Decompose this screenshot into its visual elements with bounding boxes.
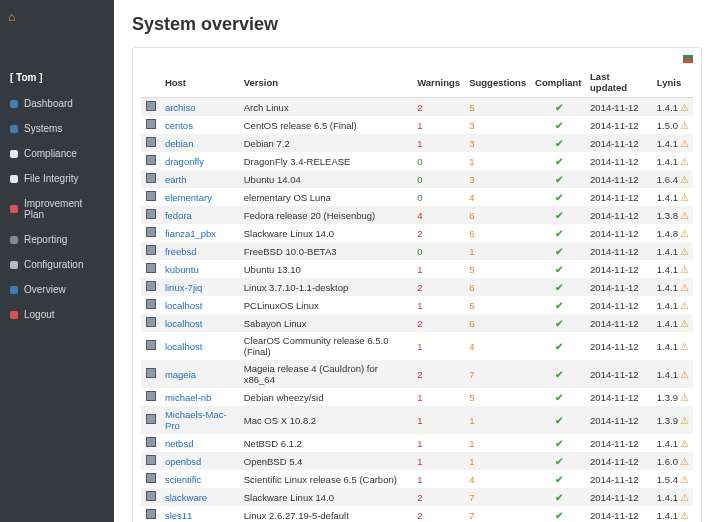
- cell-last: 2014-11-12: [586, 206, 653, 224]
- compliant-check-icon: ✔: [555, 102, 563, 113]
- cell-suggestions: 6: [465, 224, 531, 242]
- host-link[interactable]: archiso: [165, 102, 196, 113]
- host-icon: [146, 227, 156, 237]
- nav-label: Overview: [24, 284, 66, 295]
- host-link[interactable]: localhost: [165, 300, 203, 311]
- host-icon: [146, 245, 156, 255]
- table-row: slackwareSlackware Linux 14.027✔2014-11-…: [141, 488, 693, 506]
- cell-warnings: 1: [413, 406, 465, 434]
- cell-version: Arch Linux: [240, 98, 413, 117]
- cell-last: 2014-11-12: [586, 224, 653, 242]
- col-version[interactable]: Version: [240, 67, 413, 98]
- host-link[interactable]: kubuntu: [165, 264, 199, 275]
- nav-label: Dashboard: [24, 98, 73, 109]
- cell-lynis: 1.4.1⚠: [653, 98, 693, 117]
- host-link[interactable]: elementary: [165, 192, 212, 203]
- host-link[interactable]: centos: [165, 120, 193, 131]
- compliant-check-icon: ✔: [555, 369, 563, 380]
- warning-icon: ⚠: [680, 192, 689, 203]
- table-row: Michaels-Mac-ProMac OS X 10.8.211✔2014-1…: [141, 406, 693, 434]
- compliant-check-icon: ✔: [555, 341, 563, 352]
- cell-last: 2014-11-12: [586, 332, 653, 360]
- host-link[interactable]: linux-7jiq: [165, 282, 203, 293]
- nav-label: Logout: [24, 309, 55, 320]
- table-row: openbsdOpenBSD 5.411✔2014-11-121.6.0⚠: [141, 452, 693, 470]
- cell-version: Mac OS X 10.8.2: [240, 406, 413, 434]
- nav-label: Systems: [24, 123, 62, 134]
- nav-item-logout[interactable]: Logout: [0, 302, 114, 327]
- cell-version: PCLinuxOS Linux: [240, 296, 413, 314]
- cell-warnings: 1: [413, 388, 465, 406]
- nav-icon: [10, 175, 18, 183]
- cell-last: 2014-11-12: [586, 488, 653, 506]
- host-link[interactable]: freebsd: [165, 246, 197, 257]
- nav-list: DashboardSystemsComplianceFile Integrity…: [0, 91, 114, 327]
- cell-suggestions: 1: [465, 242, 531, 260]
- host-link[interactable]: dragonfly: [165, 156, 204, 167]
- nav-item-compliance[interactable]: Compliance: [0, 141, 114, 166]
- host-link[interactable]: localhost: [165, 318, 203, 329]
- host-link[interactable]: fedora: [165, 210, 192, 221]
- cell-suggestions: 3: [465, 116, 531, 134]
- user-label: [ Tom ]: [0, 64, 114, 91]
- cell-last: 2014-11-12: [586, 188, 653, 206]
- host-icon: [146, 391, 156, 401]
- nav-item-improvement-plan[interactable]: Improvement Plan: [0, 191, 114, 227]
- compliant-check-icon: ✔: [555, 228, 563, 239]
- cell-suggestions: 7: [465, 506, 531, 522]
- compliant-check-icon: ✔: [555, 510, 563, 521]
- host-link[interactable]: fianza1_pbx: [165, 228, 216, 239]
- col-compliant[interactable]: Compliant: [531, 67, 586, 98]
- cell-lynis: 1.4.1⚠: [653, 296, 693, 314]
- cell-warnings: 1: [413, 470, 465, 488]
- cell-suggestions: 6: [465, 278, 531, 296]
- home-icon[interactable]: ⌂: [8, 10, 114, 24]
- host-link[interactable]: openbsd: [165, 456, 201, 467]
- host-icon: [146, 437, 156, 447]
- host-link[interactable]: Michaels-Mac-Pro: [165, 409, 227, 431]
- cell-last: 2014-11-12: [586, 470, 653, 488]
- nav-label: Improvement Plan: [24, 198, 104, 220]
- host-link[interactable]: localhost: [165, 341, 203, 352]
- host-link[interactable]: michael-nb: [165, 392, 211, 403]
- col-suggestions[interactable]: Suggestions: [465, 67, 531, 98]
- nav-item-reporting[interactable]: Reporting: [0, 227, 114, 252]
- cell-suggestions: 1: [465, 406, 531, 434]
- warning-icon: ⚠: [680, 282, 689, 293]
- col-host[interactable]: Host: [161, 67, 240, 98]
- col-warnings[interactable]: Warnings: [413, 67, 465, 98]
- cell-suggestions: 5: [465, 296, 531, 314]
- col-last[interactable]: Last updated: [586, 67, 653, 98]
- col-lynis[interactable]: Lynis: [653, 67, 693, 98]
- host-link[interactable]: mageia: [165, 369, 196, 380]
- cell-warnings: 2: [413, 314, 465, 332]
- cell-warnings: 0: [413, 188, 465, 206]
- nav-item-configuration[interactable]: Configuration: [0, 252, 114, 277]
- table-row: elementaryelementary OS Luna04✔2014-11-1…: [141, 188, 693, 206]
- nav-item-dashboard[interactable]: Dashboard: [0, 91, 114, 116]
- table-row: kubuntuUbuntu 13.1015✔2014-11-121.4.1⚠: [141, 260, 693, 278]
- host-link[interactable]: debian: [165, 138, 194, 149]
- cell-last: 2014-11-12: [586, 434, 653, 452]
- cell-version: Fedora release 20 (Heisenbug): [240, 206, 413, 224]
- host-icon: [146, 368, 156, 378]
- host-link[interactable]: scientific: [165, 474, 201, 485]
- table-row: archisoArch Linux25✔2014-11-121.4.1⚠: [141, 98, 693, 117]
- table-body: archisoArch Linux25✔2014-11-121.4.1⚠cent…: [141, 98, 693, 523]
- nav-item-overview[interactable]: Overview: [0, 277, 114, 302]
- host-link[interactable]: earth: [165, 174, 187, 185]
- cell-warnings: 0: [413, 152, 465, 170]
- warning-icon: ⚠: [680, 156, 689, 167]
- host-icon: [146, 473, 156, 483]
- host-link[interactable]: slackware: [165, 492, 207, 503]
- host-icon: [146, 317, 156, 327]
- cell-lynis: 1.3.8⚠: [653, 206, 693, 224]
- cell-version: Mageia release 4 (Cauldron) for x86_64: [240, 360, 413, 388]
- nav-item-file-integrity[interactable]: File Integrity: [0, 166, 114, 191]
- chart-toggle-icon[interactable]: [683, 55, 693, 63]
- host-link[interactable]: sles11: [165, 510, 192, 521]
- nav-item-systems[interactable]: Systems: [0, 116, 114, 141]
- cell-version: elementary OS Luna: [240, 188, 413, 206]
- host-link[interactable]: netbsd: [165, 438, 194, 449]
- compliant-check-icon: ✔: [555, 120, 563, 131]
